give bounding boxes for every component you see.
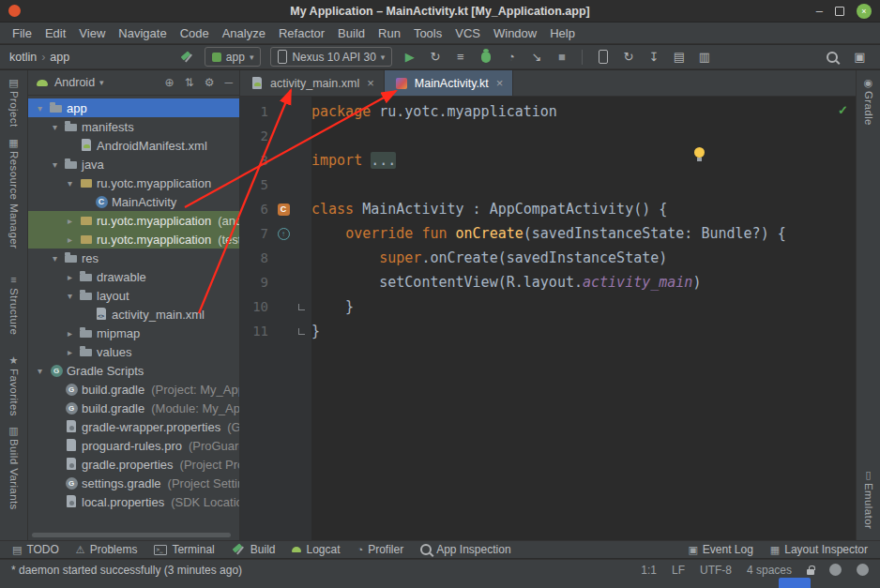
menu-item-refactor[interactable]: Refactor bbox=[272, 26, 331, 40]
settings-gear-button[interactable]: ⚙ bbox=[205, 76, 215, 89]
stop-button[interactable]: ■ bbox=[551, 48, 572, 67]
collapse-all-button[interactable]: ⇅ bbox=[185, 76, 194, 89]
tool-button-build-variants[interactable]: ▥Build Variants bbox=[8, 424, 20, 510]
lock-icon[interactable] bbox=[807, 569, 814, 575]
locate-file-button[interactable]: ⊕ bbox=[165, 76, 174, 89]
debug-button[interactable] bbox=[475, 48, 496, 67]
tool-window-button-todo[interactable]: ▤TODO bbox=[4, 541, 68, 558]
make-project-button[interactable] bbox=[176, 48, 198, 67]
status-message[interactable]: * daemon started successfully (3 minutes… bbox=[11, 564, 242, 577]
menu-item-view[interactable]: View bbox=[72, 26, 112, 40]
tool-button-resource-manager[interactable]: ▦Resource Manager bbox=[8, 136, 20, 249]
tool-window-button-build[interactable]: Build bbox=[223, 541, 284, 558]
chevron-down-icon[interactable]: ▾ bbox=[49, 122, 61, 132]
tree-item-gradle-wrapper-properties-gradle-version[interactable]: gradle-wrapper.properties(Gradle Version… bbox=[28, 417, 239, 436]
apply-changes-button[interactable]: ↻ bbox=[424, 48, 446, 67]
sdk-manager-button[interactable]: ↧ bbox=[643, 48, 664, 67]
device-selector[interactable]: Nexus 10 API 30▾ bbox=[270, 47, 392, 67]
maximize-button[interactable] bbox=[835, 7, 844, 16]
tree-item-gradle-scripts[interactable]: ▾Gradle Scripts bbox=[28, 361, 239, 380]
tree-item-proguard-rules-pro-proguard-rules-for-my-application[interactable]: proguard-rules.pro(ProGuard Rules for My… bbox=[28, 436, 239, 455]
tool-window-button-event-log[interactable]: ▣Event Log bbox=[679, 541, 761, 558]
chevron-down-icon[interactable]: ▾ bbox=[49, 253, 61, 264]
tree-item-ru-yotc-myapplication-test[interactable]: ▸ru.yotc.myapplication(test) bbox=[28, 230, 239, 249]
tree-item-manifests[interactable]: ▾manifests bbox=[28, 117, 239, 136]
tool-button-structure[interactable]: ≡Structure bbox=[8, 273, 20, 335]
profile-button[interactable]: ◔ bbox=[500, 48, 522, 67]
window-menu-icon[interactable] bbox=[8, 5, 21, 17]
chevron-right-icon[interactable]: ▸ bbox=[64, 272, 76, 282]
chevron-right-icon[interactable]: ▸ bbox=[64, 216, 76, 226]
chevron-down-icon[interactable]: ▾ bbox=[64, 291, 76, 301]
menu-item-vcs[interactable]: VCS bbox=[448, 26, 487, 40]
attach-debugger-button[interactable]: ↘ bbox=[525, 48, 547, 67]
tree-item-values[interactable]: ▸values bbox=[28, 342, 239, 361]
tool-window-button-layout-inspector[interactable]: ▦Layout Inspector bbox=[762, 541, 876, 558]
tree-item-java[interactable]: ▾java bbox=[28, 155, 239, 173]
tree-item-androidmanifest-xml[interactable]: AndroidManifest.xml bbox=[28, 136, 239, 155]
close-button[interactable]: × bbox=[857, 4, 872, 19]
editor-tab-activity-main-xml[interactable]: activity_main.xml× bbox=[240, 70, 385, 96]
menu-item-analyze[interactable]: Analyze bbox=[216, 26, 272, 40]
chevron-right-icon[interactable]: ▸ bbox=[64, 347, 76, 357]
intention-bulb-icon[interactable] bbox=[694, 147, 705, 158]
tree-item-build-gradle-module-my-application-app[interactable]: build.gradle(Module: My_Application.app) bbox=[28, 399, 239, 417]
chevron-down-icon[interactable]: ▾ bbox=[64, 178, 76, 188]
menu-item-window[interactable]: Window bbox=[487, 26, 543, 40]
close-tab-icon[interactable]: × bbox=[367, 76, 374, 90]
editor-content[interactable]: 1package ru.yotc.myapplication23import .… bbox=[240, 97, 856, 540]
chevron-down-icon[interactable]: ▾ bbox=[49, 159, 61, 170]
tree-item-layout[interactable]: ▾layout bbox=[28, 286, 239, 305]
chevron-right-icon[interactable]: ▸ bbox=[64, 234, 76, 245]
tree-item-local-properties-sdk-location[interactable]: local.properties(SDK Location) bbox=[28, 492, 239, 511]
override-gutter-icon[interactable]: ↑ bbox=[278, 228, 290, 240]
tree-item-activity-main-xml[interactable]: activity_main.xml bbox=[28, 305, 239, 324]
breadcrumb-item-app[interactable]: app bbox=[50, 51, 69, 64]
project-structure-button[interactable]: ▣ bbox=[849, 48, 871, 67]
encoding-widget[interactable]: UTF-8 bbox=[700, 564, 732, 577]
tool-button-gradle[interactable]: ◉Gradle bbox=[863, 76, 874, 126]
tree-item-mainactivity[interactable]: MainActivity bbox=[28, 192, 239, 211]
chevron-down-icon[interactable]: ▾ bbox=[34, 366, 46, 376]
close-tab-icon[interactable]: × bbox=[496, 76, 504, 90]
line-separator-widget[interactable]: LF bbox=[672, 564, 685, 577]
tool-button-project[interactable]: ▤Project bbox=[8, 76, 20, 128]
tool-button-favorites[interactable]: ★Favorites bbox=[8, 354, 20, 416]
menu-item-edit[interactable]: Edit bbox=[38, 26, 72, 40]
tool-window-button-logcat[interactable]: Logcat bbox=[283, 541, 348, 558]
device-manager-button[interactable] bbox=[592, 48, 614, 67]
tree-item-ru-yotc-myapplication[interactable]: ▾ru.yotc.myapplication bbox=[28, 173, 239, 192]
project-view-selector[interactable]: Android bbox=[54, 76, 95, 89]
menu-item-code[interactable]: Code bbox=[174, 26, 216, 40]
menu-item-navigate[interactable]: Navigate bbox=[112, 26, 173, 40]
tool-button-emulator[interactable]: ▯Emulator bbox=[863, 468, 874, 529]
notification-icon[interactable] bbox=[829, 564, 842, 576]
tree-item-settings-gradle-project-settings[interactable]: settings.gradle(Project Settings) bbox=[28, 474, 239, 492]
tool-window-button-app-inspection[interactable]: App Inspection bbox=[412, 541, 519, 558]
tree-item-gradle-properties-project-properties[interactable]: gradle.properties(Project Properties) bbox=[28, 455, 239, 474]
class-gutter-icon[interactable]: C bbox=[278, 204, 290, 216]
tree-item-ru-yotc-myapplication-androidtest[interactable]: ▸ru.yotc.myapplication(androidTest) bbox=[28, 211, 239, 230]
menu-item-file[interactable]: File bbox=[6, 26, 38, 40]
search-everywhere-button[interactable] bbox=[822, 48, 843, 67]
apply-code-changes-button[interactable]: ≡ bbox=[449, 48, 471, 67]
caret-position-widget[interactable]: 1:1 bbox=[641, 564, 657, 577]
run-button[interactable]: ▶ bbox=[399, 48, 420, 67]
assistant-icon[interactable] bbox=[857, 564, 869, 576]
tree-item-res[interactable]: ▾res bbox=[28, 249, 239, 267]
minimize-button[interactable]: – bbox=[816, 7, 823, 16]
scrollbar-thumb[interactable] bbox=[32, 533, 231, 537]
breadcrumb-item-kotlin[interactable]: kotlin bbox=[9, 51, 37, 64]
tree-item-mipmap[interactable]: ▸mipmap bbox=[28, 324, 239, 342]
tool-window-button-profiler[interactable]: ◔Profiler bbox=[349, 541, 413, 558]
fold-marker[interactable] bbox=[298, 328, 305, 335]
menu-item-tools[interactable]: Tools bbox=[407, 26, 448, 40]
tool-window-button-problems[interactable]: ⚠Problems bbox=[68, 541, 146, 558]
hide-panel-button[interactable]: ─ bbox=[224, 76, 233, 89]
editor-tab-mainactivity-kt[interactable]: MainActivity.kt× bbox=[385, 70, 514, 96]
chevron-down-icon[interactable]: ▾ bbox=[34, 103, 46, 113]
run-configuration-selector[interactable]: app▾ bbox=[205, 47, 262, 67]
menu-item-run[interactable]: Run bbox=[372, 26, 407, 40]
avd-manager-button[interactable]: ▤ bbox=[668, 48, 690, 67]
horizontal-scrollbar[interactable] bbox=[32, 533, 230, 537]
